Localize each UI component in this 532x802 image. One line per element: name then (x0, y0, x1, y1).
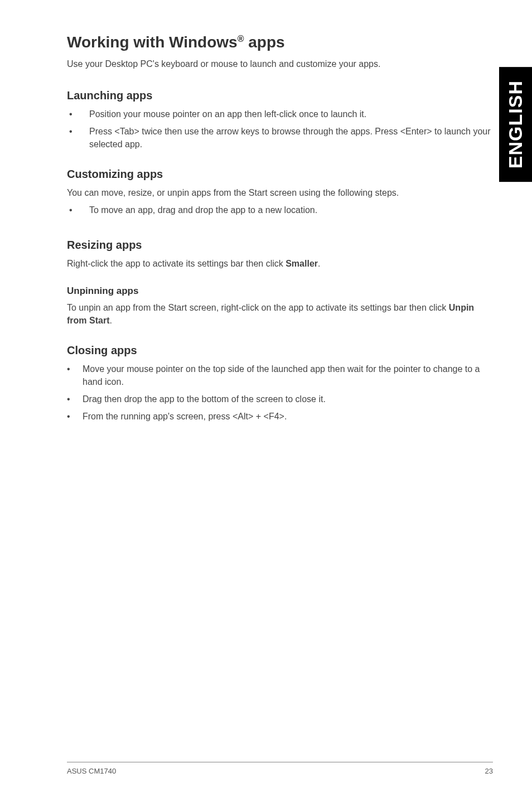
customizing-para: You can move, resize, or unpin apps from… (67, 186, 493, 199)
title-post: apps (244, 33, 284, 51)
section-launching-title: Launching apps (67, 89, 493, 102)
list-item: From the running app's screen, press <Al… (67, 410, 493, 423)
resizing-para: Right-click the app to activate its sett… (67, 257, 493, 270)
list-item: Drag then drop the app to the bottom of … (67, 393, 493, 405)
list-item: Position your mouse pointer on an app th… (67, 108, 493, 120)
page-content: Working with Windows® apps Use your Desk… (0, 0, 532, 423)
section-closing-title: Closing apps (67, 344, 493, 357)
title-sup: ® (238, 34, 244, 44)
customizing-list: To move an app, drag and drop the app to… (67, 204, 493, 216)
text-pre: Right-click the app to activate its sett… (67, 259, 286, 268)
footer-page-number: 23 (485, 767, 493, 775)
text-bold: Smaller (286, 259, 318, 268)
unpinning-para: To unpin an app from the Start screen, r… (67, 301, 493, 327)
section-customizing-title: Customizing apps (67, 168, 493, 181)
list-item: Press <Tab> twice then use the arrow key… (67, 125, 493, 151)
intro-text: Use your Desktop PC's keyboard or mouse … (67, 59, 493, 69)
page-title: Working with Windows® apps (67, 33, 493, 51)
closing-list: Move your mouse pointer on the top side … (67, 363, 493, 423)
text-post: . (318, 259, 320, 268)
text-post: . (109, 316, 112, 325)
list-item: Move your mouse pointer on the top side … (67, 363, 493, 388)
text-pre: To unpin an app from the Start screen, r… (67, 303, 449, 312)
page-footer: ASUS CM1740 23 (67, 762, 493, 775)
list-item: To move an app, drag and drop the app to… (67, 204, 493, 216)
section-unpinning-title: Unpinning apps (67, 286, 493, 297)
footer-left: ASUS CM1740 (67, 767, 116, 775)
launching-list: Position your mouse pointer on an app th… (67, 108, 493, 151)
section-resizing-title: Resizing apps (67, 239, 493, 252)
title-pre: Working with Windows (67, 33, 238, 51)
language-tab: ENGLISH (499, 67, 532, 182)
